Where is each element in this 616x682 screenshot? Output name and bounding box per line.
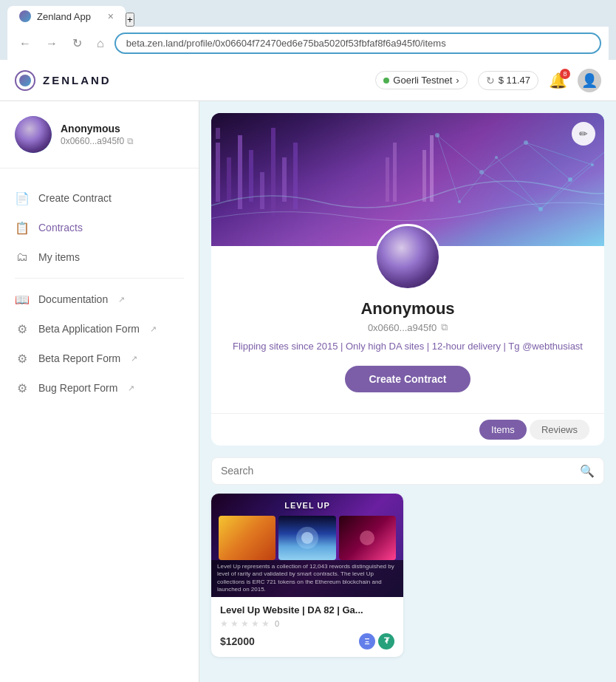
user-menu-btn[interactable]: 👤 [578,69,601,92]
forward-btn[interactable]: → [41,34,62,53]
external-link-icon: ↗ [118,295,125,304]
tab-items[interactable]: Items [479,420,527,440]
svg-rect-30 [422,150,426,202]
app-navbar: ZENLAND Goerli Testnet › ↻ $ 11.47 🔔 8 👤 [0,60,616,101]
item-name: Level Up Website | DA 82 | Ga... [220,604,394,615]
back-btn[interactable]: ← [15,34,35,53]
documentation-icon: 📖 [15,292,30,307]
svg-rect-33 [393,143,397,202]
active-tab[interactable]: Zenland App × [7,6,126,27]
profile-address: 0x0660...a945f0 ⧉ [226,321,589,333]
search-input[interactable] [221,465,574,477]
notif-count-badge: 8 [560,69,570,79]
star-3: ★ [241,618,249,629]
browser-nav-bar: ← → ↻ ⌂ beta.zen.land/profile/0x06604f72… [7,27,609,60]
svg-point-21 [435,133,439,137]
item-tokens: Ξ ₮ [359,633,394,649]
network-chevron: › [456,75,459,86]
contracts-icon: 📋 [15,220,30,235]
profile-avatar [374,224,441,290]
svg-point-27 [495,156,498,159]
sidebar-item-contracts[interactable]: 📋 Contracts [0,213,199,242]
external-link-icon: ↗ [128,383,134,393]
sidebar-profile: Anonymous 0x0660...a945f0 ⧉ [0,116,199,168]
profile-bio: Flipping sites since 2015 | Only high DA… [226,339,589,354]
svg-rect-5 [249,150,253,202]
tab-favicon [19,10,31,22]
navbar-right: Goerli Testnet › ↻ $ 11.47 🔔 8 👤 [375,69,601,92]
usdt-token-badge: ₮ [378,633,394,649]
svg-rect-8 [282,157,287,202]
item-price-row: $12000 Ξ ₮ [220,633,394,649]
star-5: ★ [261,618,270,629]
address-bar[interactable]: beta.zen.land/profile/0x06604f72470ed6e7… [114,33,601,54]
item-sub-img-2 [278,516,335,560]
copy-profile-address-btn[interactable]: ⧉ [441,321,448,333]
network-selector[interactable]: Goerli Testnet › [375,71,467,89]
sidebar-item-create-contract[interactable]: 📄 Create Contract [0,183,199,213]
svg-rect-6 [260,172,264,209]
edit-profile-btn[interactable]: ✏ [572,122,595,146]
app-container: ZENLAND Goerli Testnet › ↻ $ 11.47 🔔 8 👤 [0,60,616,682]
sidebar-item-label: Create Contract [38,192,112,204]
sidebar: Anonymous 0x0660...a945f0 ⧉ 📄 Create Con… [0,101,199,682]
sidebar-item-label: Beta Report Form [38,352,120,364]
item-rating: ★ ★ ★ ★ ★ 0 [220,618,394,629]
profile-tabs: Items Reviews [211,413,604,446]
brand-logo [15,70,35,91]
profile-name: Anonymous [226,299,589,318]
review-count: 0 [275,619,279,628]
svg-point-29 [591,163,594,166]
sidebar-address-text: 0x0660...a945f0 [61,136,124,146]
sidebar-item-label: Bug Report Form [38,382,117,394]
search-icon: 🔍 [580,464,595,478]
profile-address-text: 0x0660...a945f0 [368,322,437,333]
sidebar-item-beta-application[interactable]: ⚙ Beta Application Form ↗ [0,314,199,344]
create-contract-main-btn[interactable]: Create Contract [345,366,470,392]
balance-value: $ 11.47 [499,75,530,86]
sidebar-user-info: Anonymous 0x0660...a945f0 ⧉ [61,123,134,146]
sidebar-item-label: My items [38,251,80,263]
refresh-btn[interactable]: ↻ [68,33,86,53]
svg-rect-7 [271,128,276,216]
item-card-image: LEVEL UP [211,494,403,597]
balance-display[interactable]: ↻ $ 11.47 [478,71,538,90]
item-card-body: Level Up Website | DA 82 | Ga... ★ ★ ★ ★… [211,597,403,657]
url-text: beta.zen.land/profile/0x06604f72470ed6e7… [126,38,446,49]
sidebar-avatar-img [15,116,52,153]
svg-rect-2 [216,128,220,139]
create-contract-icon: 📄 [15,191,30,205]
copy-address-btn[interactable]: ⧉ [127,136,134,146]
profile-content: ✏ Anonymous 0x0660...a945f0 ⧉ Flipping s… [199,101,616,682]
item-card-description: Level Up represents a collection of 12,0… [211,560,403,597]
sidebar-item-beta-report[interactable]: ⚙ Beta Report Form ↗ [0,344,199,373]
item-card[interactable]: LEVEL UP [211,494,403,657]
external-link-icon: ↗ [150,324,157,334]
new-tab-btn[interactable]: + [126,13,134,27]
my-items-icon: 🗂 [15,250,30,265]
search-container: 🔍 [211,457,604,485]
item-price: $12000 [220,635,255,647]
star-1: ★ [220,618,228,629]
sidebar-item-label: Contracts [38,222,83,233]
sidebar-item-documentation[interactable]: 📖 Documentation ↗ [0,284,199,314]
profile-avatar-img [377,226,439,288]
tab-reviews[interactable]: Reviews [530,420,589,440]
refresh-balance-icon[interactable]: ↻ [486,75,495,86]
external-link-icon: ↗ [131,354,137,364]
svg-point-22 [479,170,484,174]
profile-info: Anonymous 0x0660...a945f0 ⧉ Flipping sit… [211,209,604,407]
svg-point-24 [568,177,572,182]
item-title-overlay: LEVEL UP [284,501,330,510]
brand: ZENLAND [15,70,112,91]
brand-logo-inner [19,75,31,86]
main-area: Anonymous 0x0660...a945f0 ⧉ 📄 Create Con… [0,101,616,682]
sidebar-item-my-items[interactable]: 🗂 My items [0,242,199,272]
sidebar-item-bug-report[interactable]: ⚙ Bug Report Form ↗ [0,373,199,403]
sidebar-item-label: Beta Application Form [38,323,140,335]
items-grid: LEVEL UP [211,494,604,657]
notifications-btn[interactable]: 🔔 8 [549,72,567,89]
pencil-icon: ✏ [579,128,588,140]
tab-close-btn[interactable]: × [108,10,114,22]
home-btn[interactable]: ⌂ [92,34,109,53]
